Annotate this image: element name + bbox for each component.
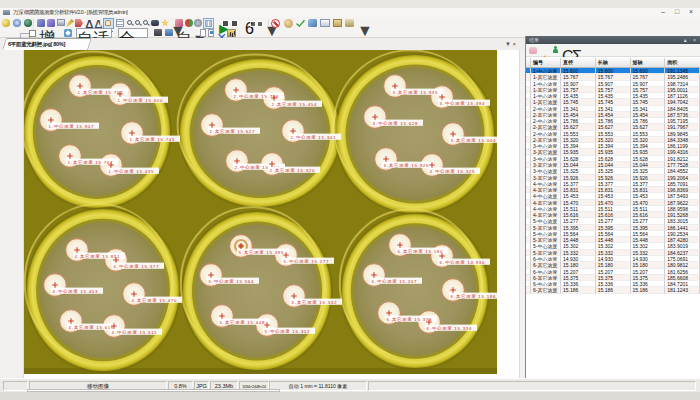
svg-text:6-中心浓度 15.207: 6-中心浓度 15.207 <box>372 278 418 284</box>
svg-text:3-其它浓度 15.044: 3-其它浓度 15.044 <box>451 138 497 143</box>
svg-text:6-中心浓度 14.930: 6-中心浓度 14.930 <box>440 259 486 265</box>
svg-text:3-其它浓度 15.935: 3-其它浓度 15.935 <box>393 90 439 95</box>
svg-text:5-其它浓度 15.332: 5-其它浓度 15.332 <box>292 300 338 305</box>
svg-text:5-中心浓度 15.277: 5-中心浓度 15.277 <box>284 258 330 264</box>
svg-text:1-中心浓度 15.435: 1-中心浓度 15.435 <box>109 168 155 174</box>
svg-text:4-其它浓度 15.831: 4-其它浓度 15.831 <box>75 254 121 259</box>
svg-text:1-其它浓度 15.745: 1-其它浓度 15.745 <box>130 137 176 142</box>
svg-text:2-其它浓度 15.454: 2-其它浓度 15.454 <box>272 102 318 107</box>
svg-text:3-中心浓度 15.628: 3-中心浓度 15.628 <box>373 120 419 126</box>
svg-text:6-其它浓度 15.180: 6-其它浓度 15.180 <box>398 249 444 254</box>
svg-text:2-中心浓度 15.341: 2-中心浓度 15.341 <box>291 134 337 140</box>
svg-text:1-其它浓度 15.767: 1-其它浓度 15.767 <box>68 160 114 165</box>
svg-text:4-中心浓度 15.511: 4-中心浓度 15.511 <box>112 329 158 335</box>
svg-text:4-中心浓度 15.453: 4-中心浓度 15.453 <box>53 288 99 294</box>
svg-text:4-其它浓度 15.616: 4-其它浓度 15.616 <box>69 325 115 330</box>
svg-text:5-其它浓度 15.448: 5-其它浓度 15.448 <box>220 320 266 325</box>
svg-text:4-中心浓度 15.377: 4-中心浓度 15.377 <box>114 263 160 269</box>
svg-text:6-中心浓度 15.336: 6-中心浓度 15.336 <box>427 325 473 331</box>
svg-text:5-其它浓度 15.395: 5-其它浓度 15.395 <box>239 250 285 255</box>
svg-text:4-其它浓度 15.470: 4-其它浓度 15.470 <box>132 298 178 303</box>
svg-text:3-中心浓度 15.394: 3-中心浓度 15.394 <box>440 100 486 106</box>
svg-text:5-中心浓度 15.302: 5-中心浓度 15.302 <box>265 328 311 334</box>
svg-text:3-其它浓度 15.926: 3-其它浓度 15.926 <box>384 163 430 168</box>
svg-text:6-其它浓度 15.375: 6-其它浓度 15.375 <box>387 317 433 322</box>
svg-text:3-中心浓度 15.325: 3-中心浓度 15.325 <box>430 168 476 174</box>
svg-text:6-其它浓度 15.186: 6-其它浓度 15.186 <box>451 294 497 299</box>
svg-text:5-中心浓度 15.564: 5-中心浓度 15.564 <box>209 278 255 284</box>
svg-text:1-其它浓度 15.757: 1-其它浓度 15.757 <box>78 90 124 95</box>
svg-text:1-中心浓度 15.600: 1-中心浓度 15.600 <box>118 97 164 103</box>
svg-text:2-其它浓度 15.627: 2-其它浓度 15.627 <box>210 129 256 134</box>
svg-text:2-其它浓度 15.320: 2-其它浓度 15.320 <box>270 168 316 173</box>
svg-text:1-中心浓度 15.907: 1-中心浓度 15.907 <box>49 123 95 129</box>
